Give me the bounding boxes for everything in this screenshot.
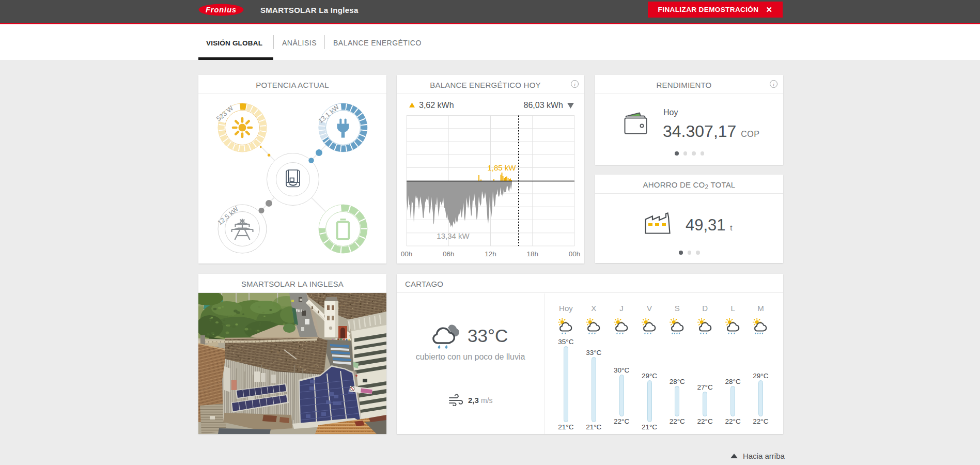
svg-text:13,1 kW: 13,1 kW [317, 103, 341, 125]
svg-text:12h: 12h [485, 250, 496, 258]
svg-text:1,85 kW: 1,85 kW [487, 163, 516, 172]
svg-text:3,62 kWh: 3,62 kWh [419, 101, 454, 110]
svg-text:12,5 kW: 12,5 kW [216, 205, 240, 227]
svg-text:86,03 kWh: 86,03 kWh [524, 101, 563, 110]
svg-text:523 W: 523 W [215, 104, 235, 122]
svg-text:06h: 06h [443, 250, 455, 258]
svg-text:13,34 kW: 13,34 kW [437, 231, 470, 240]
svg-text:00h: 00h [401, 250, 413, 258]
svg-text:00h: 00h [569, 250, 581, 258]
svg-text:18h: 18h [527, 250, 539, 258]
svg-text:Fronius: Fronius [206, 6, 237, 14]
